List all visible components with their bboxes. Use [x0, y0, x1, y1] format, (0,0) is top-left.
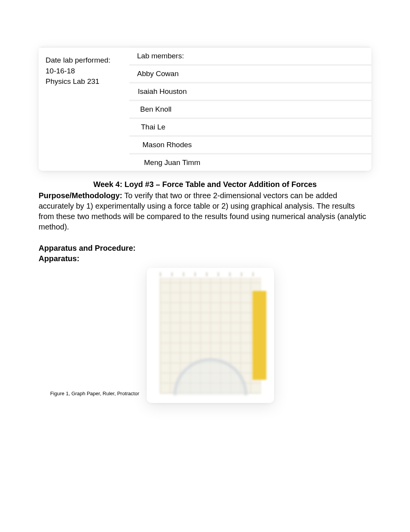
figure-area: Figure 1, Graph Paper, Ruler, Protractor	[39, 268, 371, 415]
info-box: Date lab performed: 10-16-18 Physics Lab…	[39, 46, 371, 171]
document-page: Date lab performed: 10-16-18 Physics Lab…	[0, 0, 410, 532]
date-performed-value: 10-16-18	[46, 66, 124, 76]
info-left-cell: Date lab performed: 10-16-18 Physics Lab…	[39, 46, 129, 171]
course-name: Physics Lab 231	[46, 76, 124, 87]
member-row: Ben Knoll	[129, 100, 371, 117]
member-row: Meng Juan Timm	[129, 153, 371, 171]
member-row: Abby Cowan	[129, 64, 371, 82]
apparatus-image	[147, 268, 274, 403]
apparatus-line1: Apparatus and Procedure:	[39, 243, 371, 253]
ruler-ticks-icon	[160, 272, 261, 276]
info-right-cell: Lab members: Abby Cowan Isaiah Houston B…	[129, 46, 371, 171]
apparatus-line2: Apparatus:	[39, 253, 371, 264]
member-row: Isaiah Houston	[129, 82, 371, 100]
ruler-icon	[252, 291, 266, 380]
date-performed-label: Date lab performed:	[46, 55, 124, 66]
purpose-paragraph: Purpose/Methodology: To verify that two …	[39, 190, 371, 232]
document-title: Week 4: Loyd #3 – Force Table and Vector…	[39, 180, 371, 189]
member-row: Mason Rhodes	[129, 135, 371, 153]
apparatus-heading: Apparatus and Procedure: Apparatus:	[39, 243, 371, 264]
member-row: Thai Le	[129, 117, 371, 135]
purpose-label: Purpose/Methodology:	[39, 191, 122, 200]
figure-caption: Figure 1, Graph Paper, Ruler, Protractor	[50, 391, 139, 396]
lab-members-label: Lab members:	[129, 46, 371, 64]
